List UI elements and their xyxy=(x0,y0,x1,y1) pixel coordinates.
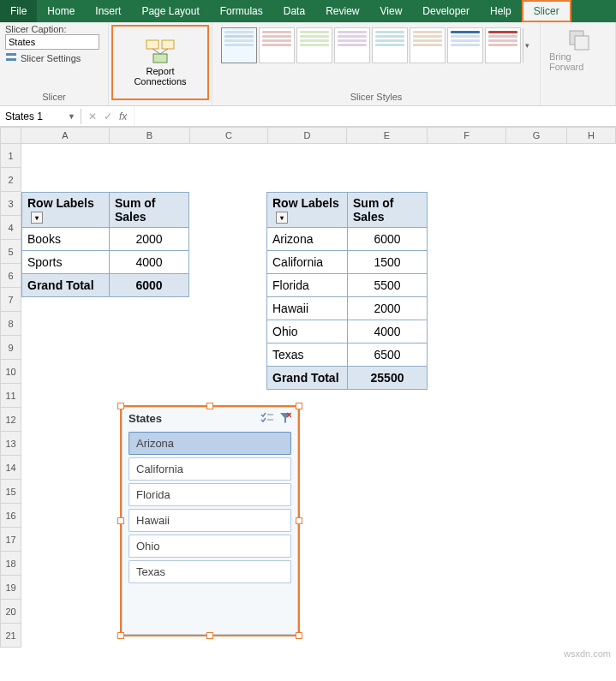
slicer-style-thumb[interactable] xyxy=(296,27,332,63)
row-header[interactable]: 10 xyxy=(0,360,21,384)
slicer-item[interactable]: Florida xyxy=(129,483,291,506)
pivot-cell[interactable]: Books xyxy=(22,228,110,251)
worksheet-grid[interactable]: 1 2 3 4 5 6 7 8 9 10 11 12 13 14 15 16 1… xyxy=(0,144,616,662)
tab-page-layout[interactable]: Page Layout xyxy=(131,0,209,22)
slicer-states[interactable]: States Arizona California Florida Hawaii… xyxy=(120,405,300,636)
tab-data[interactable]: Data xyxy=(273,0,315,22)
tab-formulas[interactable]: Formulas xyxy=(210,0,273,22)
resize-handle[interactable] xyxy=(117,632,124,639)
slicer-item[interactable]: California xyxy=(129,457,291,481)
resize-handle[interactable] xyxy=(117,517,124,524)
slicer-item[interactable]: Hawaii xyxy=(129,509,291,532)
row-header[interactable]: 2 xyxy=(0,168,21,192)
pivot-table-2[interactable]: Row Labels ▾ Sum of Sales Arizona6000 Ca… xyxy=(266,192,428,390)
tab-view[interactable]: View xyxy=(370,0,413,22)
pivot-total-label[interactable]: Grand Total xyxy=(22,274,110,297)
slicer-item[interactable]: Texas xyxy=(129,560,291,583)
tab-home[interactable]: Home xyxy=(37,0,85,22)
col-header[interactable]: D xyxy=(268,127,347,144)
slicer-styles-gallery[interactable]: ▾ xyxy=(218,24,535,67)
row-header[interactable]: 16 xyxy=(0,504,21,528)
pivot-cell[interactable]: 2000 xyxy=(348,297,428,320)
slicer-caption-input[interactable] xyxy=(5,34,99,50)
gallery-more-icon[interactable]: ▾ xyxy=(525,41,529,50)
pivot-cell[interactable]: 2000 xyxy=(110,228,189,251)
pivot-cell[interactable]: 6500 xyxy=(348,343,428,367)
row-header[interactable]: 15 xyxy=(0,480,21,504)
tab-review[interactable]: Review xyxy=(315,0,369,22)
col-header[interactable]: A xyxy=(21,127,110,144)
filter-dropdown-icon[interactable]: ▾ xyxy=(31,212,43,224)
filter-dropdown-icon[interactable]: ▾ xyxy=(276,212,288,224)
row-header[interactable]: 13 xyxy=(0,432,21,456)
row-header[interactable]: 5 xyxy=(0,240,21,264)
pivot-cell[interactable]: 4000 xyxy=(348,320,428,343)
row-header[interactable]: 12 xyxy=(0,408,21,432)
resize-handle[interactable] xyxy=(117,403,124,409)
slicer-style-thumb[interactable] xyxy=(221,27,257,63)
enter-icon[interactable]: ✓ xyxy=(104,111,112,122)
resize-handle[interactable] xyxy=(296,632,302,639)
clear-filter-icon[interactable] xyxy=(279,412,291,427)
pivot-cell[interactable]: Sports xyxy=(22,251,110,274)
pivot-cell[interactable]: 5500 xyxy=(348,274,428,297)
resize-handle[interactable] xyxy=(206,632,213,639)
pivot-cell[interactable]: Arizona xyxy=(267,228,348,251)
pivot-cell[interactable]: Hawaii xyxy=(267,297,348,320)
row-header[interactable]: 3 xyxy=(0,192,21,216)
select-all-corner[interactable] xyxy=(0,127,21,144)
slicer-style-thumb[interactable] xyxy=(410,27,446,63)
row-header[interactable]: 1 xyxy=(0,144,21,168)
row-header[interactable]: 8 xyxy=(0,312,21,336)
col-header[interactable]: G xyxy=(506,127,567,144)
pivot-total-value[interactable]: 6000 xyxy=(110,274,189,297)
row-header[interactable]: 14 xyxy=(0,456,21,480)
row-header[interactable]: 11 xyxy=(0,384,21,408)
col-header[interactable]: E xyxy=(347,127,428,144)
row-header[interactable]: 18 xyxy=(0,552,21,576)
resize-handle[interactable] xyxy=(296,517,302,524)
slicer-style-thumb[interactable] xyxy=(447,27,483,63)
report-connections-button[interactable]: Report Connections xyxy=(111,25,209,100)
tab-slicer[interactable]: Slicer xyxy=(522,0,571,22)
row-header[interactable]: 19 xyxy=(0,576,21,600)
name-box-dropdown-icon[interactable]: ▼ xyxy=(68,112,75,121)
slicer-item[interactable]: Arizona xyxy=(129,432,291,455)
col-header[interactable]: H xyxy=(567,127,616,144)
slicer-style-thumb[interactable] xyxy=(372,27,408,63)
name-box[interactable]: States 1 ▼ xyxy=(0,109,81,124)
fx-icon[interactable]: fx xyxy=(119,111,127,122)
resize-handle[interactable] xyxy=(206,403,213,409)
row-header[interactable]: 17 xyxy=(0,528,21,552)
cancel-icon[interactable]: ✕ xyxy=(88,111,97,122)
slicer-settings-button[interactable]: Slicer Settings xyxy=(5,50,103,67)
pivot-cell[interactable]: 4000 xyxy=(110,251,189,274)
slicer-item[interactable]: Ohio xyxy=(129,535,291,558)
tab-insert[interactable]: Insert xyxy=(85,0,131,22)
col-header[interactable]: B xyxy=(110,127,190,144)
slicer-style-thumb[interactable] xyxy=(334,27,370,63)
pivot-cell[interactable]: 6000 xyxy=(348,228,428,251)
pivot-cell[interactable]: Texas xyxy=(267,343,348,367)
tab-help[interactable]: Help xyxy=(480,0,522,22)
slicer-style-thumb[interactable] xyxy=(485,27,521,63)
multi-select-icon[interactable] xyxy=(260,412,274,427)
pivot-cell[interactable]: Ohio xyxy=(267,320,348,343)
pivot-cell[interactable]: Florida xyxy=(267,274,348,297)
pivot-cell[interactable]: California xyxy=(267,251,348,274)
slicer-style-thumb[interactable] xyxy=(259,27,295,63)
col-header[interactable]: F xyxy=(428,127,506,144)
pivot-total-value[interactable]: 25500 xyxy=(348,367,428,390)
formula-input[interactable] xyxy=(134,106,616,126)
resize-handle[interactable] xyxy=(296,403,302,409)
row-header[interactable]: 7 xyxy=(0,288,21,312)
row-header[interactable]: 6 xyxy=(0,264,21,288)
pivot-table-1[interactable]: Row Labels ▾ Sum of Sales Books2000 Spor… xyxy=(21,192,189,297)
pivot-cell[interactable]: 1500 xyxy=(348,251,428,274)
tab-developer[interactable]: Developer xyxy=(412,0,480,22)
tab-file[interactable]: File xyxy=(0,0,37,22)
bring-forward-label[interactable]: Bring Forward xyxy=(549,51,607,72)
row-header[interactable]: 4 xyxy=(0,216,21,240)
row-header[interactable]: 21 xyxy=(0,624,21,648)
col-header[interactable]: C xyxy=(190,127,268,144)
